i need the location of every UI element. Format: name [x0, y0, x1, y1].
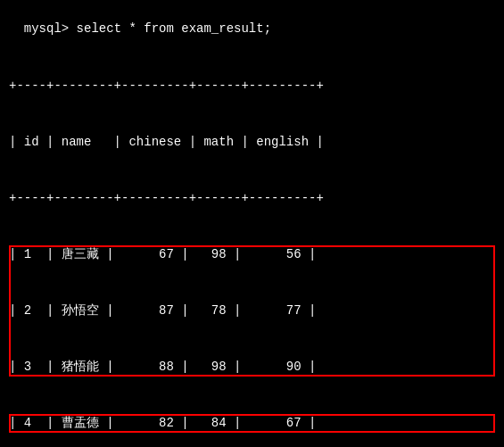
query1-prompt-text: mysql> select * from exam_result; — [24, 21, 271, 36]
query1-row-3: | 4 | 曹盂德 | 82 | 84 | 67 | — [9, 414, 495, 433]
query1-table: +----+--------+---------+------+--------… — [9, 39, 495, 447]
query1-header: | id | name | chinese | math | english | — [9, 133, 495, 152]
query1-sep-top: +----+--------+---------+------+--------… — [9, 77, 495, 95]
query1-row-0: | 1 | 唐三藏 | 67 | 98 | 56 | — [9, 245, 495, 264]
query1-table-text: +----+--------+---------+------+--------… — [9, 39, 495, 447]
query1-prompt-line: mysql> select * from exam_result; — [9, 7, 495, 36]
query1-row-2: | 3 | 猪悟能 | 88 | 98 | 90 | — [9, 358, 495, 377]
query1-row-1: | 2 | 孙悟空 | 87 | 78 | 77 | — [9, 302, 495, 320]
query1-sep-mid: +----+--------+---------+------+--------… — [9, 189, 495, 208]
